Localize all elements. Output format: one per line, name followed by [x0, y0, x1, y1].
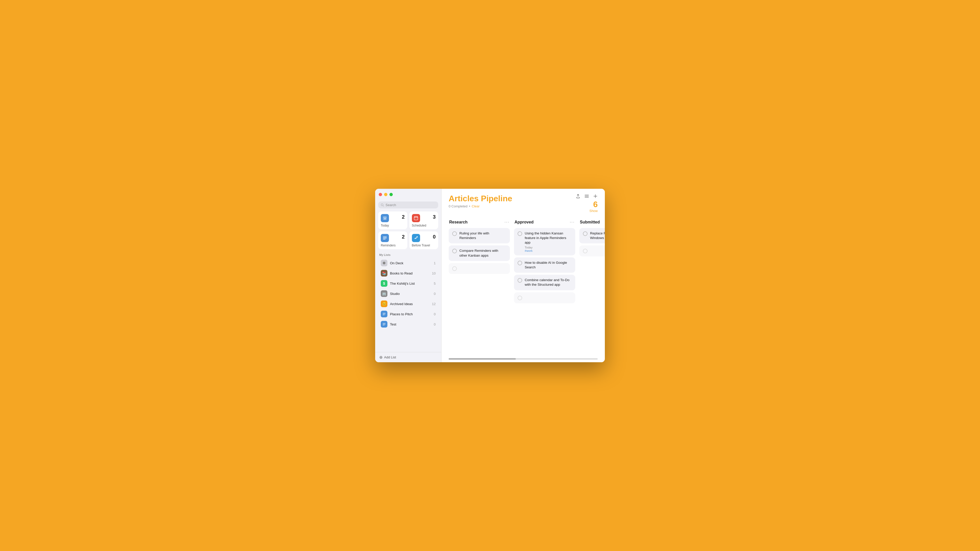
list-view-button[interactable]: [584, 194, 589, 200]
share-button[interactable]: [576, 194, 580, 200]
header-left: Articles Pipeline 0 Completed • Clear: [449, 194, 512, 208]
card-r2-content: Compare Reminders with other Kanban apps: [460, 248, 506, 258]
scheduled-icon: [412, 214, 420, 222]
kshitij-icon: $: [381, 280, 387, 287]
svg-point-12: [417, 236, 418, 238]
main-header: Articles Pipeline 0 Completed • Clear: [442, 189, 605, 216]
page-title: Articles Pipeline: [449, 194, 512, 203]
sidebar: Search 20 2 Today: [375, 189, 442, 362]
card-a4-empty: [514, 292, 575, 303]
completed-label: 0 Completed: [449, 204, 468, 208]
card-r2-radio[interactable]: [452, 249, 457, 253]
reminders-icon: [381, 234, 389, 242]
books-name: Books to Read: [390, 272, 430, 275]
card-a1-content: Using the hidden Kansan feature in Apple…: [525, 231, 572, 252]
card-a3-radio[interactable]: [517, 278, 522, 283]
my-lists-header: My Lists: [375, 252, 441, 258]
list-item-places-to-pitch[interactable]: Places to Pitch 0: [377, 309, 440, 319]
books-count: 10: [432, 272, 436, 275]
search-bar[interactable]: Search: [378, 202, 438, 208]
card-s1[interactable]: Replace File Explorer in Windows with th…: [579, 228, 605, 243]
header-right: 6 Show: [576, 194, 598, 213]
card-a2-title: How to disable AI in Google Search: [525, 260, 572, 270]
card-a2-content: How to disable AI in Google Search: [525, 260, 572, 270]
smart-card-scheduled[interactable]: 3 Scheduled: [409, 211, 438, 229]
card-a2-radio[interactable]: [517, 261, 522, 265]
list-items-container: On Deck 1 📚 Books to Read 10 $ The Kshit…: [375, 258, 441, 352]
on-deck-name: On Deck: [390, 261, 431, 265]
today-label: Today: [381, 224, 405, 227]
card-r3-empty: [449, 263, 510, 274]
books-icon: 📚: [381, 270, 387, 276]
list-item-on-deck[interactable]: On Deck 1: [377, 258, 440, 268]
main-content: Articles Pipeline 0 Completed • Clear: [442, 189, 605, 362]
card-a2[interactable]: How to disable AI in Google Search: [514, 257, 575, 273]
card-r1[interactable]: Ruling your life with Reminders: [449, 228, 510, 243]
scrollbar-thumb[interactable]: [449, 358, 516, 360]
on-deck-count: 1: [434, 261, 436, 265]
column-submitted-header: Submitted ···: [579, 220, 605, 226]
card-a1-tag: #work: [525, 249, 572, 252]
svg-point-13: [383, 262, 386, 265]
card-a4-radio: [517, 295, 522, 300]
column-submitted: Submitted ··· Replace File Explorer in W…: [579, 220, 605, 353]
smart-card-today[interactable]: 20 2 Today: [378, 211, 407, 229]
separator: •: [469, 204, 470, 208]
add-list-button[interactable]: ⊕ Add List: [375, 352, 441, 362]
scheduled-label: Scheduled: [412, 224, 436, 227]
card-r2[interactable]: Compare Reminders with other Kanban apps: [449, 245, 510, 261]
column-approved-header: Approved ···: [514, 220, 575, 226]
search-input[interactable]: Search: [386, 203, 436, 207]
clear-button[interactable]: Clear: [472, 204, 479, 208]
list-item-kshitij[interactable]: $ The Kshitij's List 5: [377, 278, 440, 289]
studio-icon: 🏢: [381, 290, 387, 297]
list-item-studio[interactable]: 🏢 Studio 0: [377, 289, 440, 299]
on-deck-icon: [381, 260, 387, 266]
column-research-menu[interactable]: ···: [504, 220, 509, 224]
list-item-archived-ideas[interactable]: 😊 Archived Ideas 12: [377, 299, 440, 309]
test-name: Test: [390, 322, 431, 326]
card-s2-empty: [579, 245, 605, 256]
card-s1-title: Replace File Explorer in Windows with th…: [590, 231, 605, 240]
card-r2-title: Compare Reminders with other Kanban apps: [460, 248, 506, 258]
card-a1-radio[interactable]: [517, 231, 522, 236]
kanban-board: Research ··· Ruling your life with Remin…: [442, 216, 605, 358]
svg-line-1: [383, 205, 383, 206]
archived-count: 12: [432, 302, 436, 306]
minimize-button[interactable]: [384, 193, 387, 196]
maximize-button[interactable]: [390, 193, 393, 196]
places-icon: [381, 311, 387, 318]
column-approved-menu[interactable]: ···: [570, 220, 575, 224]
smart-card-reminders[interactable]: 2 Reminders: [378, 231, 407, 249]
kshitij-count: 5: [434, 282, 436, 286]
card-a1[interactable]: Using the hidden Kansan feature in Apple…: [514, 228, 575, 256]
horizontal-scrollbar[interactable]: [449, 358, 598, 360]
column-research: Research ··· Ruling your life with Remin…: [449, 220, 510, 353]
card-a3[interactable]: Combine calendar and To-Do with the Stru…: [514, 275, 575, 290]
smart-card-before-travel[interactable]: 0 Before Travel: [409, 231, 438, 249]
travel-icon: [412, 234, 420, 242]
today-icon: 20: [381, 214, 389, 222]
scheduled-count: 3: [433, 214, 436, 220]
subtitle-row: 0 Completed • Clear: [449, 204, 512, 208]
card-s1-radio[interactable]: [583, 231, 587, 236]
list-item-books-to-read[interactable]: 📚 Books to Read 10: [377, 268, 440, 278]
card-r1-radio[interactable]: [452, 231, 457, 236]
card-s1-content: Replace File Explorer in Windows with th…: [590, 231, 605, 240]
reminders-label: Reminders: [381, 244, 405, 247]
show-button[interactable]: Show: [589, 209, 598, 213]
add-list-icon: ⊕: [379, 355, 383, 360]
close-button[interactable]: [379, 193, 382, 196]
header-icons: [576, 194, 598, 200]
list-item-test[interactable]: Test 0: [377, 319, 440, 329]
test-count: 0: [434, 322, 436, 326]
column-submitted-title: Submitted: [580, 220, 600, 224]
test-icon: [381, 321, 387, 327]
column-research-title: Research: [449, 220, 468, 224]
archived-name: Archived Ideas: [390, 302, 430, 306]
smart-lists-grid: 20 2 Today: [375, 211, 441, 252]
svg-text:20: 20: [384, 218, 386, 220]
archived-icon: 😊: [381, 300, 387, 307]
add-button[interactable]: [593, 194, 598, 200]
reminders-count: 2: [402, 234, 404, 240]
